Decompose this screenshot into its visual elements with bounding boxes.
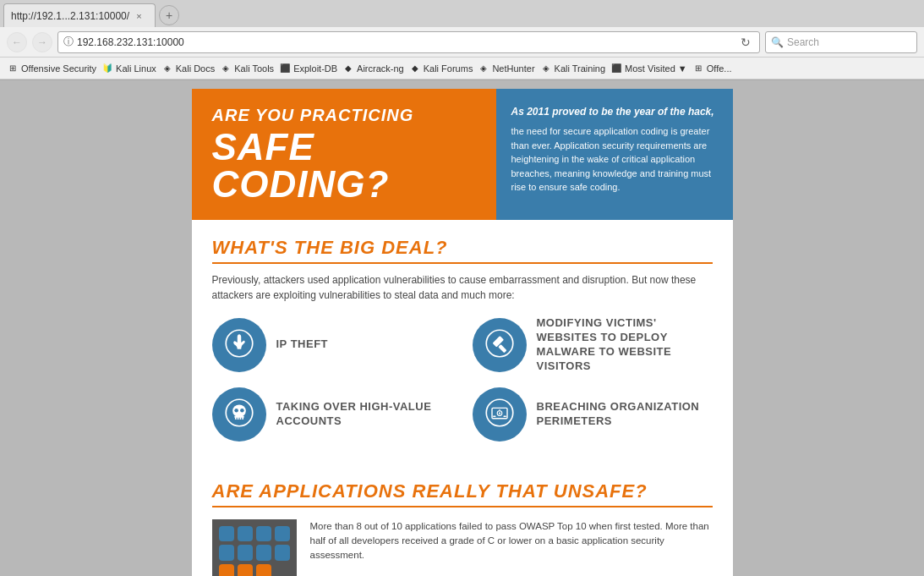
svg-point-7 <box>234 409 238 413</box>
bookmark-label: Kali Linux <box>116 63 156 74</box>
hand-icon <box>224 328 254 362</box>
apps-image <box>212 519 297 576</box>
aircrack-icon: ◆ <box>342 63 354 74</box>
hero-right-text: the need for secure application coding i… <box>511 124 718 195</box>
bookmark-label: Exploit-DB <box>293 63 337 74</box>
apps-title-end: UNSAFE? <box>548 480 648 502</box>
apps-text: More than 8 out of 10 applications faile… <box>310 519 713 563</box>
hero-banner: Are you practicing SAFE CODING? As 2011 … <box>192 89 733 220</box>
bookmark-kali-training[interactable]: ◈ Kali Training <box>540 63 606 74</box>
bookmark-label: Kali Docs <box>176 63 215 74</box>
malware-label: MODIFYING VICTIMS' WEBSITES TO DEPLOY MA… <box>537 316 713 374</box>
apps-divider <box>212 506 713 507</box>
grid-cell-9 <box>219 564 234 576</box>
bookmark-label: Kali Tools <box>234 63 274 74</box>
main-container: Are you practicing SAFE CODING? As 2011 … <box>192 89 733 576</box>
kali-tools-icon: ◈ <box>220 63 232 74</box>
nav-bar: ← → ⓘ 192.168.232.131:10000 ↻ 🔍 Search <box>0 27 924 58</box>
grid-cell-1 <box>219 526 234 542</box>
svg-rect-20 <box>503 415 506 417</box>
grid-cell-7 <box>256 545 271 561</box>
bookmark-kali-linux[interactable]: 🔰 Kali Linux <box>101 63 156 74</box>
bookmark-kali-tools[interactable]: ◈ Kali Tools <box>220 63 274 74</box>
page-content: Are you practicing SAFE CODING? As 2011 … <box>0 80 924 576</box>
hammer-icon <box>484 328 515 362</box>
tab-bar: http://192.1...2.131:10000/ × + <box>0 0 924 27</box>
offe-icon: ⊞ <box>692 63 704 74</box>
search-placeholder: Search <box>787 36 819 48</box>
threat-ip-theft: IP THEFT <box>212 316 452 374</box>
big-deal-title: WHAT'S THE BIG DEAL? <box>212 237 713 259</box>
lock-icon: ⓘ <box>63 35 74 49</box>
active-tab[interactable]: http://192.1...2.131:10000/ × <box>3 3 156 27</box>
apps-title-italic: THAT <box>496 480 548 502</box>
hero-title: SAFE CODING? <box>212 129 476 203</box>
exploit-db-icon: ⬛ <box>279 63 291 74</box>
bookmark-offensive-security[interactable]: ⊞ Offensive Security <box>7 63 96 74</box>
grid-cell-5 <box>219 545 234 561</box>
hero-right: As 2011 proved to be the year of the hac… <box>496 89 733 220</box>
bookmark-label: NetHunter <box>492 63 534 74</box>
grid-cell-11 <box>256 564 271 576</box>
search-bar[interactable]: 🔍 Search <box>765 31 917 53</box>
svg-point-8 <box>240 409 244 413</box>
bookmark-aircrack[interactable]: ◆ Aircrack-ng <box>342 63 404 74</box>
kali-docs-icon: ◈ <box>161 63 173 74</box>
bookmark-label: Most Visited ▼ <box>625 63 687 74</box>
accounts-icon-circle <box>212 387 266 442</box>
bookmark-label: Kali Training <box>555 63 606 74</box>
offensive-security-icon: ⊞ <box>7 63 19 74</box>
bookmarks-bar: ⊞ Offensive Security 🔰 Kali Linux ◈ Kali… <box>0 58 924 80</box>
most-visited-icon: ⬛ <box>610 63 622 74</box>
accounts-label: TAKING OVER HIGH-VALUE ACCOUNTS <box>276 400 452 429</box>
threat-perimeters: BREACHING ORGANIZATION PERIMETERS <box>473 387 713 442</box>
perimeters-icon-circle <box>473 387 527 442</box>
apps-title: ARE APPLICATIONS REALLY THAT UNSAFE? <box>212 472 713 502</box>
reload-button[interactable]: ↻ <box>737 34 754 51</box>
grid-cell-6 <box>238 545 253 561</box>
svg-rect-19 <box>493 415 495 417</box>
malware-icon-circle <box>473 318 527 372</box>
threat-grid: IP THEFT MODIFYING VICTIMS' WEBSI <box>212 316 713 442</box>
threat-accounts: TAKING OVER HIGH-VALUE ACCOUNTS <box>212 387 452 442</box>
address-bar[interactable]: ⓘ 192.168.232.131:10000 ↻ <box>57 31 760 53</box>
svg-rect-3 <box>498 344 506 353</box>
search-icon: 🔍 <box>771 36 784 48</box>
hero-subtitle: Are you practicing <box>212 106 476 125</box>
bookmark-exploit-db[interactable]: ⬛ Exploit-DB <box>279 63 337 74</box>
hero-right-title: As 2011 proved to be the year of the hac… <box>511 106 718 118</box>
bookmark-label: Offensive Security <box>21 63 96 74</box>
new-tab-button[interactable]: + <box>159 5 179 25</box>
bookmark-offe[interactable]: ⊞ Offe... <box>692 63 732 74</box>
skull-icon <box>224 398 254 431</box>
kali-linux-icon: 🔰 <box>101 63 113 74</box>
address-text: 192.168.232.131:10000 <box>77 36 737 48</box>
apps-section: ARE APPLICATIONS REALLY THAT UNSAFE? <box>192 472 733 576</box>
big-deal-text: Previously, attackers used application v… <box>212 272 713 303</box>
bookmark-kali-forums[interactable]: ◆ Kali Forums <box>409 63 473 74</box>
hero-left: Are you practicing SAFE CODING? <box>192 89 496 220</box>
bookmark-nethunter[interactable]: ◈ NetHunter <box>478 63 534 74</box>
browser-chrome: http://192.1...2.131:10000/ × + ← → ⓘ 19… <box>0 0 924 80</box>
tab-close-button[interactable]: × <box>136 11 141 21</box>
bookmark-label: Kali Forums <box>424 63 473 74</box>
safe-icon <box>484 398 515 431</box>
grid-cell-4 <box>275 526 290 542</box>
bookmark-kali-docs[interactable]: ◈ Kali Docs <box>161 63 215 74</box>
forward-button[interactable]: → <box>32 32 52 52</box>
bookmark-label: Offe... <box>707 63 732 74</box>
bookmark-most-visited[interactable]: ⬛ Most Visited ▼ <box>610 63 687 74</box>
apps-title-start: ARE APPLICATIONS REALLY <box>212 480 496 502</box>
grid-cell-2 <box>238 526 253 542</box>
bookmark-label: Aircrack-ng <box>357 63 404 74</box>
back-button[interactable]: ← <box>7 32 27 52</box>
big-deal-divider <box>212 262 713 264</box>
svg-point-17 <box>498 412 500 414</box>
big-deal-section: WHAT'S THE BIG DEAL? Previously, attacke… <box>192 220 733 472</box>
grid-cell-8 <box>275 545 290 561</box>
tab-url: http://192.1...2.131:10000/ <box>11 10 129 22</box>
grid-cell-12 <box>275 564 290 576</box>
nethunter-icon: ◈ <box>478 63 489 74</box>
kali-training-icon: ◈ <box>540 63 552 74</box>
apps-content: More than 8 out of 10 applications faile… <box>212 519 713 576</box>
